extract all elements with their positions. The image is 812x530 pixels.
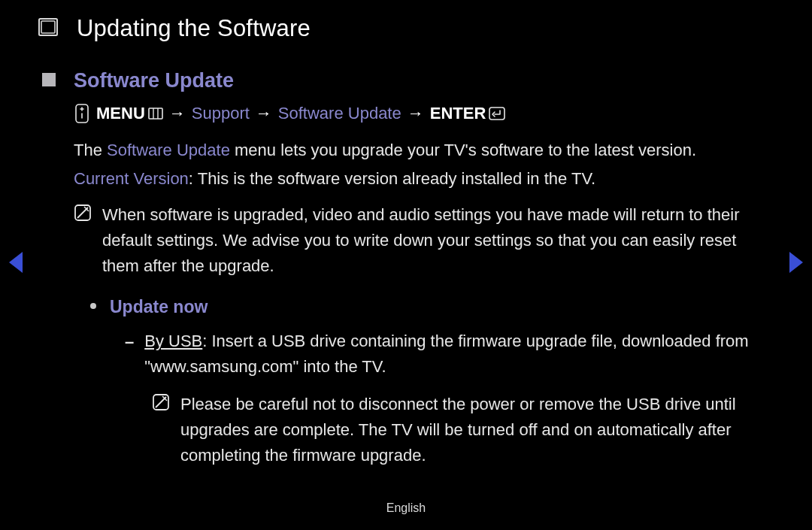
bullet-dot-icon: [90, 303, 96, 309]
nav-software-update: Software Update: [278, 104, 401, 123]
path-arrow-1: →: [169, 104, 186, 123]
enter-icon: [489, 107, 505, 120]
path-arrow-3: →: [408, 104, 424, 123]
remote-icon: [74, 103, 90, 124]
manual-page: Updating the Software Software Update ME…: [0, 0, 812, 530]
software-update-link: Software Update: [107, 141, 230, 159]
svg-rect-3: [149, 108, 162, 119]
menu-button-label: MENU: [96, 104, 163, 123]
note-icon: [152, 393, 170, 419]
menu-path: MENU → Support → Software Update → ENTER: [74, 103, 774, 124]
square-bullet-icon: [42, 73, 56, 86]
note-text-2: Please be careful not to disconnect the …: [180, 392, 774, 468]
page-title: Updating the Software: [77, 15, 311, 42]
arrow-left-icon: [9, 252, 23, 273]
current-version-label: Current Version: [74, 169, 189, 188]
svg-rect-1: [41, 21, 55, 33]
menu-icon: [148, 108, 163, 120]
by-usb-label: By USB: [144, 332, 202, 350]
path-arrow-2: →: [256, 104, 272, 123]
svg-rect-6: [489, 108, 504, 120]
update-now-title: Update now: [110, 294, 208, 321]
section-title: Software Update: [74, 69, 234, 92]
nav-support: Support: [192, 104, 250, 123]
by-usb-text: By USB: Insert a USB drive containing th…: [144, 329, 774, 380]
arrow-right-icon: [789, 252, 803, 273]
enter-button-label: ENTER: [430, 104, 506, 123]
next-page-button[interactable]: [789, 252, 803, 273]
note-icon: [74, 204, 92, 229]
dash-icon: –: [125, 329, 134, 355]
footer-language: English: [0, 501, 812, 515]
current-version-text: Current Version: This is the software ve…: [74, 166, 774, 192]
note-text-1: When software is upgraded, video and aud…: [102, 202, 774, 279]
intro-text: The Software Update menu lets you upgrad…: [74, 138, 774, 163]
book-icon: [38, 17, 59, 38]
prev-page-button[interactable]: [9, 252, 23, 273]
